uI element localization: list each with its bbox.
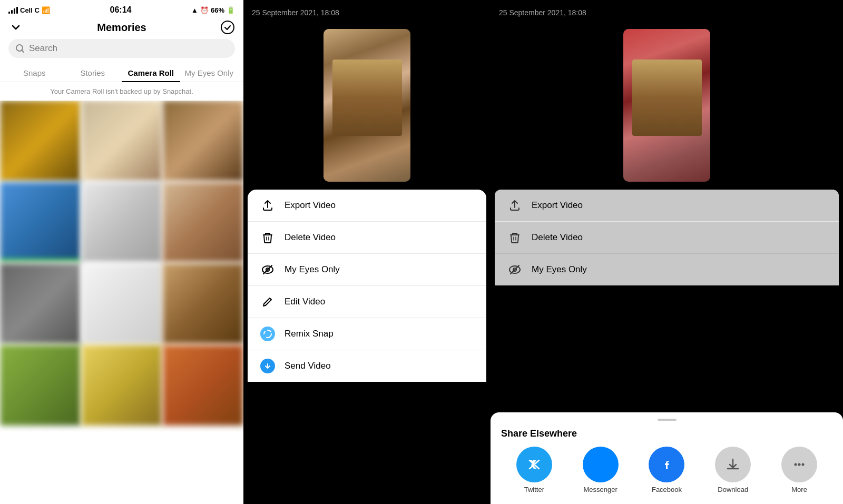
svg-point-13 (798, 463, 801, 466)
photo-cell[interactable] (163, 101, 243, 181)
photo-cell[interactable] (0, 263, 81, 344)
battery-icon: 🔋 (227, 6, 235, 14)
download-share-button[interactable]: Download (715, 447, 751, 493)
right-my-eyes-only-button[interactable]: My Eyes Only (495, 254, 839, 285)
search-bar[interactable] (8, 39, 235, 58)
wifi-icon: 📶 (42, 6, 50, 14)
eyes-only-icon (260, 262, 275, 277)
export-icon (260, 198, 275, 213)
time-label: 06:14 (110, 5, 132, 15)
signal-icon (8, 7, 18, 14)
photo-cell[interactable] (0, 101, 81, 181)
messenger-share-button[interactable]: Messenger (583, 447, 619, 493)
status-right: ▲ ⏰ 66% 🔋 (191, 6, 235, 14)
carrier-label: Cell C (20, 6, 40, 14)
twitter-icon (516, 447, 552, 482)
complete-button[interactable] (220, 20, 235, 35)
photo-cell[interactable] (82, 101, 162, 181)
more-icon (781, 447, 817, 482)
photo-cell[interactable] (82, 345, 162, 426)
location-icon: ▲ (191, 6, 198, 14)
video-thumbnail-right[interactable] (623, 29, 710, 182)
remix-snap-button[interactable]: Remix Snap (248, 318, 486, 350)
delete-video-button[interactable]: Delete Video (248, 222, 486, 254)
middle-panel: 25 September 2021, 18:08 Export Video (243, 0, 491, 504)
tab-stories[interactable]: Stories (64, 64, 122, 82)
video-thumbnail-middle[interactable] (324, 29, 410, 182)
status-bar: Cell C 📶 06:14 ▲ ⏰ 66% 🔋 (0, 0, 243, 18)
page-title: Memories (23, 22, 220, 34)
photo-cell[interactable] (0, 345, 81, 426)
photo-cell[interactable] (0, 182, 81, 263)
camera-roll-subtitle: Your Camera Roll isn't backed up by Snap… (0, 86, 243, 101)
right-export-video-button[interactable]: Export Video (495, 190, 839, 222)
share-icons-row: Twitter Messenger (491, 447, 843, 493)
messenger-icon (583, 447, 619, 482)
share-title: Share Elsewhere (491, 428, 843, 447)
remix-snap-label: Remix Snap (285, 329, 334, 339)
send-video-label: Send Video (285, 361, 331, 371)
svg-point-12 (795, 463, 797, 466)
send-video-button[interactable]: Send Video (248, 350, 486, 382)
my-eyes-only-button[interactable]: My Eyes Only (248, 254, 486, 286)
export-video-button[interactable]: Export Video (248, 190, 486, 222)
edit-video-button[interactable]: Edit Video (248, 286, 486, 318)
middle-timestamp: 25 September 2021, 18:08 (252, 8, 339, 17)
memories-panel: Cell C 📶 06:14 ▲ ⏰ 66% 🔋 Memories (0, 0, 243, 504)
send-icon (260, 359, 275, 373)
share-handle (658, 419, 677, 421)
svg-point-14 (802, 463, 805, 466)
battery-label: 66% (211, 6, 224, 14)
remix-icon (260, 327, 275, 341)
delete-video-label: Delete Video (285, 232, 336, 243)
right-export-video-label: Export Video (532, 200, 583, 211)
middle-my-eyes-only-label: My Eyes Only (285, 264, 340, 275)
tab-bar: Snaps Stories Camera Roll My Eyes Only (0, 64, 243, 82)
edit-video-label: Edit Video (285, 297, 325, 307)
green-badge (0, 259, 81, 262)
right-timestamp: 25 September 2021, 18:08 (499, 8, 586, 17)
photo-cell[interactable] (163, 182, 243, 263)
edit-icon (260, 294, 275, 309)
video-preview-right (491, 21, 843, 190)
gym-photo (324, 29, 410, 182)
photo-cell[interactable] (82, 263, 162, 344)
share-sheet: Share Elsewhere Twitter (491, 412, 843, 504)
twitter-label: Twitter (524, 486, 544, 493)
right-panel: 25 September 2021, 18:08 Export Video (491, 0, 843, 504)
right-my-eyes-only-label: My Eyes Only (532, 264, 587, 275)
alarm-icon: ⏰ (200, 6, 209, 14)
tab-snaps[interactable]: Snaps (5, 64, 64, 82)
right-delete-icon (507, 230, 522, 245)
export-video-label: Export Video (285, 200, 336, 211)
right-export-icon (507, 198, 522, 213)
facebook-share-button[interactable]: Facebook (649, 447, 684, 493)
gym-photo-right (623, 29, 710, 182)
photo-cell[interactable] (163, 263, 243, 344)
more-label: More (791, 486, 807, 493)
photo-cell[interactable] (82, 182, 162, 263)
middle-panel-header: 25 September 2021, 18:08 (243, 0, 491, 21)
messenger-label: Messenger (584, 486, 617, 493)
tab-my-eyes-only[interactable]: My Eyes Only (180, 64, 239, 82)
right-delete-video-label: Delete Video (532, 232, 583, 243)
tab-camera-roll[interactable]: Camera Roll (122, 64, 180, 82)
video-preview-middle (243, 21, 491, 190)
facebook-icon (649, 447, 684, 482)
status-left: Cell C 📶 (8, 6, 50, 14)
facebook-label: Facebook (652, 486, 682, 493)
delete-icon (260, 230, 275, 245)
right-action-menu: Export Video Delete Video M (495, 190, 839, 285)
back-button[interactable] (8, 20, 23, 35)
twitter-share-button[interactable]: Twitter (516, 447, 552, 493)
photo-grid (0, 101, 243, 504)
photo-cell[interactable] (163, 345, 243, 426)
memories-header: Memories (0, 18, 243, 39)
right-panel-header: 25 September 2021, 18:08 (491, 0, 843, 21)
more-share-button[interactable]: More (781, 447, 817, 493)
action-menu-middle: Export Video Delete Video (248, 190, 486, 382)
search-input[interactable] (29, 43, 228, 54)
download-label: Download (718, 486, 748, 493)
right-delete-video-button[interactable]: Delete Video (495, 222, 839, 254)
svg-point-0 (221, 21, 234, 34)
